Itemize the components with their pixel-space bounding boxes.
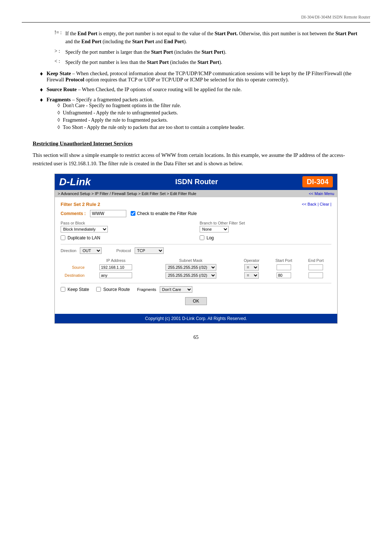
comments-row: Comments : Check to enable the Filter Ru… [61, 210, 331, 217]
branch-col: Branch to Other Filter Set None [200, 221, 331, 232]
start-port-bold5: Start Port [201, 49, 223, 55]
dlink-logo-text: D-Link [59, 176, 91, 187]
dest-ip-cell [86, 271, 146, 279]
nav-bar: > Advanced Setup > IP Filter / Firewall … [55, 190, 337, 197]
dir-proto-row: Direction OUT IN Protocol TCP UDP ICMP T… [61, 247, 331, 254]
protocol-bold: Protocol [65, 77, 84, 82]
dest-start-port-input[interactable] [277, 272, 291, 278]
ok-btn-row: OK [61, 297, 331, 305]
branch-select[interactable]: None [200, 226, 229, 232]
th-operator: Operator [236, 258, 267, 263]
pass-block-select[interactable]: Block Immediately Pass Immediately [61, 226, 108, 232]
fragments-select[interactable]: Don't Care Unfragmented Fragmented Too S… [160, 286, 192, 293]
keep-state-text: Keep State [68, 287, 89, 292]
frag-d2-text: Unfragmented - Apply the rule to unfragm… [63, 110, 178, 116]
ok-button[interactable]: OK [185, 297, 207, 305]
keep-state-field[interactable]: Keep State [61, 287, 89, 292]
neq-content: If the End Port is empty, the port numbe… [65, 30, 359, 46]
source-route-bold: Source Route [46, 86, 77, 92]
divider1 [61, 244, 331, 244]
fragments-text: Fragments [137, 287, 156, 292]
fragments-bullet: ♦ Fragments – Specify a fragmented packe… [40, 97, 359, 132]
source-start-port-input[interactable] [277, 264, 291, 270]
end-port-bold1: End Port [77, 31, 97, 36]
bullet-diamond3: ♦ [40, 97, 43, 132]
main-menu-link[interactable]: << Main Menu [309, 191, 334, 196]
source-op-select[interactable]: = [244, 264, 259, 271]
gt-label: > : [54, 48, 65, 56]
source-row: Source 255.255.255.255 (/32) = [61, 263, 331, 271]
frag-d2: ◊ Unfragmented - Apply the rule to unfra… [57, 110, 359, 116]
source-end-port-cell [301, 263, 331, 271]
neq-label: != : [54, 30, 65, 46]
start-port-bold3: Start Port [132, 39, 154, 44]
branch-label: Branch to Other Filter Set [200, 221, 331, 225]
keep-state-checkbox[interactable] [61, 287, 65, 292]
main-content: != : If the End Port is empty, the port … [33, 30, 359, 340]
direction-select[interactable]: OUT IN [80, 247, 102, 254]
frag-d1-text: Don't Care - Specify no fragment options… [63, 103, 181, 109]
start-port-bold1: Start Port. [215, 31, 238, 36]
protocol-select[interactable]: TCP UDP ICMP TCP/UDP [135, 247, 164, 254]
dest-start-port-cell [267, 271, 300, 279]
duplicate-col: Duplicate to LAN [61, 235, 192, 240]
source-op-cell: = [236, 263, 267, 271]
frag-d3-text: Fragmented - Apply the rule to fragmente… [63, 117, 168, 123]
dest-ip-input[interactable] [99, 272, 132, 278]
duplicate-lan-label[interactable]: Duplicate to LAN [61, 235, 192, 240]
log-label[interactable]: Log [200, 235, 331, 240]
lt-label: < : [54, 58, 65, 66]
duplicate-lan-checkbox[interactable] [61, 235, 65, 240]
dest-op-cell: = [236, 271, 267, 279]
source-end-port-input[interactable] [309, 264, 323, 270]
log-text: Log [207, 235, 214, 240]
source-subnet-cell: 255.255.255.255 (/32) [146, 263, 236, 271]
frag-d3: ◊ Fragmented - Apply the rule to fragmen… [57, 117, 359, 123]
divider2 [61, 283, 331, 283]
enable-checkbox[interactable] [131, 211, 135, 216]
dest-subnet-select[interactable]: 255.255.255.255 (/32) [166, 272, 216, 279]
enable-checkbox-label[interactable]: Check to enable the Filter Rule [131, 211, 197, 216]
filter-title: Filter Set 2 Rule 2 [61, 202, 100, 207]
start-port-bold6: Start Port [147, 60, 169, 65]
pass-block-branch-row: Pass or Block Block Immediately Pass Imm… [61, 221, 331, 232]
source-route-bullet: ♦ Source Route – When Checked, the IP op… [40, 86, 359, 93]
neq-bullet: != : If the End Port is empty, the port … [54, 30, 359, 46]
gt-content: Specify the port number is larger than t… [65, 48, 226, 56]
lt-bullet: < : Specify the port number is less than… [54, 58, 359, 66]
pass-block-col: Pass or Block Block Immediately Pass Imm… [61, 221, 192, 232]
section-heading: Restricting Unauthorized Internet Servic… [33, 141, 359, 147]
comments-label: Comments : [61, 211, 86, 216]
filter-title-row: Filter Set 2 Rule 2 << Back | Clear | [61, 202, 331, 207]
source-ip-cell [86, 263, 146, 271]
dest-end-port-input[interactable] [309, 272, 323, 278]
log-checkbox[interactable] [200, 235, 204, 240]
back-clear-links[interactable]: << Back | Clear | [302, 202, 331, 206]
direction-label: Direction [61, 248, 76, 253]
end-port-bold2: End Port [81, 39, 101, 44]
log-col: Log [200, 235, 331, 240]
gt-bullet: > : Specify the port number is larger th… [54, 48, 359, 56]
keep-state-content: Keep State – When checked, protocol info… [46, 70, 359, 83]
router-footer: Copyright (c) 2001 D-Link Corp. All Righ… [55, 314, 337, 323]
source-route-content: Source Route – When Checked, the IP opti… [46, 86, 359, 93]
source-route-checkbox[interactable] [96, 287, 101, 292]
source-row-label: Source [61, 263, 86, 271]
end-port-bold3: End Port [164, 39, 184, 44]
nav-path[interactable]: > Advanced Setup > IP Filter / Firewall … [58, 191, 196, 196]
pass-block-label: Pass or Block [61, 221, 192, 225]
bottom-options-row: Keep State Source Route Fragments Don't … [61, 286, 331, 293]
frag-d4-text: Too Short - Apply the rule only to packe… [63, 125, 245, 130]
di304-badge: DI-304 [302, 176, 333, 187]
dest-op-select[interactable]: = [244, 272, 259, 279]
fragments-field: Fragments Don't Care Unfragmented Fragme… [137, 286, 192, 293]
keep-state-bold: Keep State [46, 70, 71, 76]
source-subnet-select[interactable]: 255.255.255.255 (/32) [166, 264, 216, 271]
source-route-field[interactable]: Source Route [96, 287, 130, 292]
start-port-bold2: Start Port [335, 31, 357, 36]
keep-state-bullet: ♦ Keep State – When checked, protocol in… [40, 70, 359, 83]
comments-input[interactable] [90, 210, 126, 217]
dest-end-port-cell [301, 271, 331, 279]
duplicate-lan-text: Duplicate to LAN [68, 235, 100, 240]
source-ip-input[interactable] [99, 264, 132, 270]
